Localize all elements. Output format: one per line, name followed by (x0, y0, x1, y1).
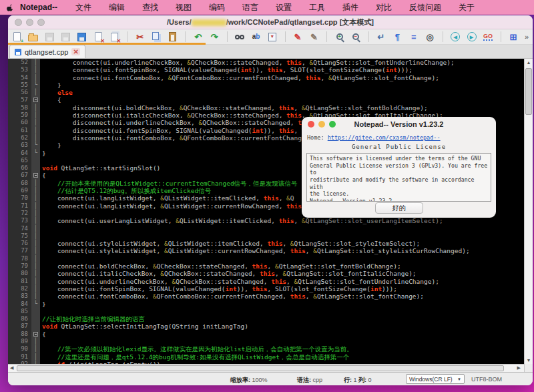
status-bar: 缩放率: 100% 语法: cpp 行: 1 列: 0 Windows(CR L… (8, 372, 533, 385)
dialog-title: Notepad-- Version v1.23.2 (354, 120, 444, 128)
toolbar-separator (285, 31, 286, 42)
ok-button[interactable]: 好的 (375, 202, 423, 214)
close-file-icon[interactable]: ✕ (93, 31, 103, 43)
menu-app-name[interactable]: Notepad-- (20, 3, 57, 12)
menu-item-7[interactable]: 工具 (300, 2, 334, 13)
horizontal-scrollbar[interactable]: ◀ ▶ (8, 364, 524, 372)
menu-item-5[interactable]: 语言 (234, 2, 267, 13)
save-as-icon[interactable] (77, 31, 87, 43)
horizontal-scroll-thumb[interactable] (17, 365, 504, 371)
code-line-75: 75│ (8, 232, 524, 240)
code-line-81: 81│ connect(ui.underlineCheckBox, &QChec… (8, 278, 524, 285)
toolbar-separator (368, 31, 369, 42)
code-line-55: 55└ } (8, 81, 524, 89)
paste-icon[interactable] (168, 31, 178, 43)
code-line-86: 86//让初始化时选择当前编辑器的语言 (8, 315, 524, 323)
redo-icon[interactable]: ↷ (209, 31, 219, 43)
chevron-down-icon: ▼ (457, 377, 461, 381)
dialog-close-icon[interactable] (308, 121, 314, 128)
toolbar-separator (501, 31, 501, 42)
clear-highlight-icon[interactable]: ✎ (309, 31, 319, 43)
menu-item-0[interactable]: 文件 (67, 2, 100, 13)
zoom-window-icon[interactable] (37, 19, 45, 26)
apple-menu-icon[interactable] (0, 3, 20, 12)
app-window: /Users//work/CCNotePad/qtlangset.cpp [文本… (8, 15, 533, 385)
find-icon[interactable] (235, 31, 245, 43)
code-line-52: 52│ connect(ui.underlineCheckBox, &QChec… (8, 59, 524, 66)
forward-icon[interactable]: ▶ (467, 31, 477, 43)
vertical-scroll-thumb[interactable] (525, 68, 532, 115)
code-line-87: 87void QtLangSet::selectInitLangTag(QStr… (8, 323, 524, 330)
minimize-window-icon[interactable] (26, 19, 33, 26)
tab-close-icon[interactable]: ✕ (71, 48, 79, 55)
menu-item-3[interactable]: 视图 (167, 2, 200, 13)
code-line-58: 58│ disconnect(ui.boldCheckBox, &QCheckB… (8, 104, 524, 112)
scrollbar-corner (524, 364, 533, 372)
home-link[interactable]: https://gitee.com/cxasm/notepad-- (328, 134, 441, 141)
locate-icon[interactable]: ◎ (425, 31, 435, 43)
back-icon[interactable]: ◀ (451, 31, 461, 43)
new-file-icon[interactable]: + (12, 31, 22, 43)
zoom-out-icon[interactable]: − (350, 31, 360, 43)
word-wrap-icon[interactable]: ↵ (376, 31, 386, 43)
code-line-80: 80│ connect(ui.italicCheckBox, &QCheckBo… (8, 270, 524, 277)
tab-qtlangset[interactable]: qtlangset.cpp ✕ (9, 45, 85, 58)
toolbar-separator (127, 31, 127, 42)
menu-item-1[interactable]: 编辑 (100, 2, 134, 13)
copy-icon[interactable] (151, 31, 161, 43)
fold-marker-icon[interactable] (33, 332, 38, 337)
goto-icon[interactable]: GO (483, 31, 493, 43)
menu-item-8[interactable]: 插件 (334, 2, 367, 13)
status-zoom: 缩放率: 100% (230, 376, 268, 385)
menu-item-6[interactable]: 设置 (267, 2, 300, 13)
undo-icon[interactable]: ↶ (193, 31, 203, 43)
compare-icon[interactable]: ⊞ (508, 31, 518, 43)
code-line-53: 53│ connect(ui.fontSpinBox, SIGNAL(value… (8, 66, 524, 73)
dialog-titlebar[interactable]: Notepad-- Version v1.23.2 (302, 117, 496, 132)
code-line-90: 90│ //第一次必须以初始化lexid显示。这样做实在是因为初始化list启动… (8, 345, 524, 353)
indent-guide-icon[interactable]: ≡ (409, 31, 419, 43)
tab-label: qtlangset.cpp (25, 48, 68, 56)
eol-select[interactable]: Windows(CR LF)▼ (406, 374, 465, 384)
menu-item-11[interactable]: 关于 (450, 2, 483, 13)
vertical-scrollbar[interactable]: ▲ ▼ (524, 59, 533, 364)
dialog-zoom-icon[interactable] (329, 121, 336, 128)
menu-item-4[interactable]: 编码 (200, 2, 234, 13)
bookmark-icon[interactable]: ▾ (267, 31, 277, 43)
cut-icon[interactable]: ✂ (135, 31, 145, 43)
status-cursor-position: 行: 1 列: 0 (344, 376, 372, 385)
close-window-icon[interactable] (15, 19, 22, 26)
zoom-in-icon[interactable]: + (334, 31, 344, 43)
redacted-username (192, 19, 226, 26)
scroll-left-icon[interactable]: ◀ (10, 365, 13, 371)
toolbar-separator (443, 31, 443, 42)
save-all-icon[interactable] (61, 31, 71, 43)
code-line-91: 91│ //这里还是有问题，是qt5.12.4的bug机制导致:如果没有选择QL… (8, 353, 524, 361)
menu-item-9[interactable]: 对比 (367, 2, 400, 13)
menu-item-10[interactable]: 反馈问题 (400, 2, 450, 13)
code-line-78: 78│ (8, 255, 524, 262)
code-line-54: 54│ connect(ui.fontComboBox, &QFontCombo… (8, 74, 524, 81)
toolbar-overflow-icon[interactable]: » (525, 33, 529, 41)
close-all-icon[interactable]: ✕ (109, 31, 119, 43)
dialog-minimize-icon[interactable] (318, 121, 325, 128)
code-line-73: 73│ connect(ui.userLangListWidget, &QLis… (8, 217, 524, 224)
window-titlebar[interactable]: /Users//work/CCNotePad/qtlangset.cpp [文本… (8, 15, 533, 29)
fold-marker-icon[interactable] (33, 97, 38, 102)
dialog-traffic-lights (308, 121, 336, 128)
license-header: General Public License (302, 141, 496, 150)
scroll-right-icon[interactable]: ▶ (517, 365, 521, 371)
status-syntax: 语法: cpp (297, 376, 322, 385)
fold-marker-icon[interactable] (33, 173, 38, 178)
code-line-85: 85 (8, 308, 524, 315)
traffic-lights (15, 19, 45, 26)
replace-icon[interactable]: ab (251, 31, 261, 43)
show-symbols-icon[interactable]: ¶ (392, 31, 403, 43)
menu-item-2[interactable]: 查找 (134, 2, 167, 13)
highlight-pen-icon[interactable]: ✎ (292, 31, 302, 43)
save-icon[interactable] (45, 31, 55, 43)
open-file-icon[interactable] (28, 31, 38, 43)
dialog-home-row: Home: https://gitee.com/cxasm/notepad-- (302, 132, 496, 141)
scroll-down-icon[interactable]: ▼ (525, 358, 533, 363)
scroll-up-icon[interactable]: ▲ (525, 60, 533, 65)
